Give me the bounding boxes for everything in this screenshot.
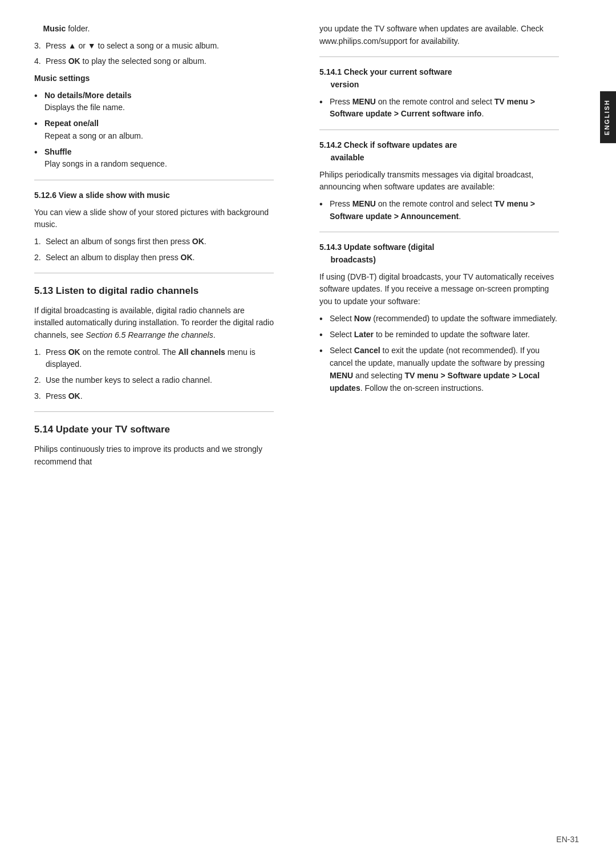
bullet-icon: •: [319, 313, 330, 325]
section-5143-body: If using (DVB-T) digital broadcasts, you…: [319, 271, 559, 308]
list-item: 1. Press OK on the remote control. The A…: [34, 346, 274, 371]
section-513-steps: 1. Press OK on the remote control. The A…: [34, 346, 274, 403]
section-5141-heading: 5.14.1 Check your current software versi…: [319, 66, 559, 91]
section-5143-bullets: • Select Now (recommended) to update the…: [319, 313, 559, 395]
bullet-icon: •: [319, 198, 330, 211]
divider: [34, 180, 274, 180]
list-item: • No details/More details Displays the f…: [34, 90, 274, 114]
bullet-content: Select Cancel to exit the update (not re…: [330, 345, 559, 394]
page-number: EN-31: [556, 835, 579, 844]
music-settings-list: • No details/More details Displays the f…: [34, 90, 274, 171]
list-num: 4.: [34, 55, 46, 68]
list-item: • Select Later to be reminded to update …: [319, 329, 559, 341]
list-item: • Repeat one/all Repeat a song or an alb…: [34, 118, 274, 142]
list-num: 1.: [34, 346, 46, 359]
bullet-content: Shuffle Play songs in a random sequence.: [44, 146, 274, 171]
list-item: • Shuffle Play songs in a random sequenc…: [34, 146, 274, 171]
divider: [34, 411, 274, 412]
list-item: 2. Select an album to display then press…: [34, 252, 274, 264]
divider: [319, 56, 559, 57]
top-numbered-list: 3. Press ▲ or ▼ to select a song or a mu…: [34, 40, 274, 68]
divider: [34, 273, 274, 273]
list-item: • Press MENU on the remote control and s…: [319, 96, 559, 120]
list-num: 1.: [34, 236, 46, 248]
bullet-icon: •: [34, 90, 44, 102]
section-512-steps: 1. Select an album of songs first then p…: [34, 236, 274, 264]
bullet-content: Select Later to be reminded to update th…: [330, 329, 559, 341]
section-513-heading: 5.13 Listen to digital radio channels: [34, 284, 274, 298]
list-text: Press OK.: [46, 390, 274, 403]
list-text: Select an album of songs first then pres…: [46, 236, 274, 248]
list-item: 2. Use the number keys to select a radio…: [34, 374, 274, 387]
bullet-content: Repeat one/all Repeat a song or an album…: [44, 118, 274, 142]
bullet-icon: •: [34, 146, 44, 159]
right-column: you update the TV software when updates …: [297, 23, 593, 838]
bullet-content: No details/More details Displays the fil…: [44, 90, 274, 114]
list-text: Press OK to play the selected song or al…: [46, 55, 274, 68]
list-text: Press OK on the remote control. The All …: [46, 346, 274, 371]
list-item: 3. Press OK.: [34, 390, 274, 403]
list-num: 3.: [34, 40, 46, 52]
list-item: 1. Select an album of songs first then p…: [34, 236, 274, 248]
section-5141: 5.14.1 Check your current software versi…: [319, 66, 559, 120]
bullet-icon: •: [34, 118, 44, 130]
list-num: 3.: [34, 390, 46, 403]
bullet-content: Press MENU on the remote control and sel…: [330, 198, 559, 223]
bullet-icon: •: [319, 96, 330, 108]
list-item: • Press MENU on the remote control and s…: [319, 198, 559, 223]
section-5142-heading: 5.14.2 Check if software updates are ava…: [319, 139, 559, 164]
english-tab: ENGLISH: [600, 91, 616, 143]
section-5143-heading: 5.14.3 Update software (digital broadcas…: [319, 241, 559, 266]
list-text: Select an album to display then press OK…: [46, 252, 274, 264]
section-512-heading: 5.12.6 View a slide show with music: [34, 189, 274, 202]
list-num: 2.: [34, 252, 46, 264]
music-settings-heading: Music settings: [34, 72, 274, 85]
music-folder-text: Music folder.: [34, 23, 274, 35]
left-column: Music folder. 3. Press ▲ or ▼ to select …: [0, 23, 297, 838]
section-512-body: You can view a slide show of your stored…: [34, 207, 274, 231]
section-514-heading: 5.14 Update your TV software: [34, 422, 274, 437]
divider: [319, 232, 559, 232]
list-num: 2.: [34, 374, 46, 387]
section-5142-bullets: • Press MENU on the remote control and s…: [319, 198, 559, 223]
list-item: • Select Now (recommended) to update the…: [319, 313, 559, 325]
section-514-body-cont: you update the TV software when updates …: [319, 23, 559, 47]
section-514-body: Philips continuously tries to improve it…: [34, 443, 274, 468]
section-5142-body: Philips periodically transmits messages …: [319, 169, 559, 193]
bullet-icon: •: [319, 345, 330, 357]
list-item: 4. Press OK to play the selected song or…: [34, 55, 274, 68]
list-text: Use the number keys to select a radio ch…: [46, 374, 274, 387]
divider: [319, 130, 559, 130]
section-513-body: If digital broadcasting is available, di…: [34, 305, 274, 342]
section-5142: 5.14.2 Check if software updates are ava…: [319, 139, 559, 223]
bullet-icon: •: [319, 329, 330, 341]
bullet-content: Select Now (recommended) to update the s…: [330, 313, 559, 325]
section-5143: 5.14.3 Update software (digital broadcas…: [319, 241, 559, 394]
section-5141-bullets: • Press MENU on the remote control and s…: [319, 96, 559, 120]
list-item: • Select Cancel to exit the update (not …: [319, 345, 559, 394]
list-item: 3. Press ▲ or ▼ to select a song or a mu…: [34, 40, 274, 52]
bullet-content: Press MENU on the remote control and sel…: [330, 96, 559, 120]
list-text: Press ▲ or ▼ to select a song or a music…: [46, 40, 274, 52]
